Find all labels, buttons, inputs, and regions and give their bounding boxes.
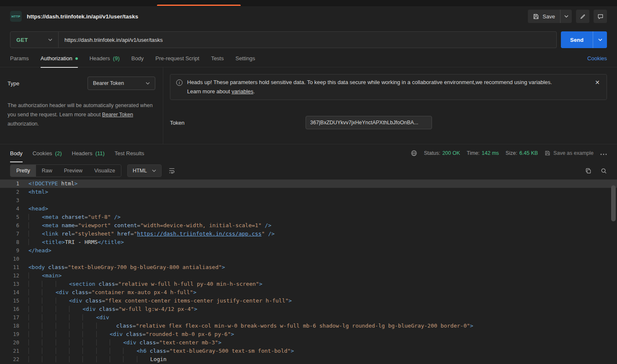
- request-title: https://dash.triinfotek.in/api/v1/user/t…: [27, 13, 138, 20]
- banner-line-2-suffix: .: [253, 88, 255, 95]
- format-select[interactable]: HTML: [127, 164, 162, 177]
- tab-label: Settings: [235, 55, 255, 62]
- code-line: 21 <h6 class="text-blueGray-500 text-sm …: [0, 347, 617, 355]
- code-line: 19 <div class="rounded-t mb-0 px-6 py-6"…: [0, 330, 617, 338]
- tab-settings[interactable]: Settings: [235, 50, 255, 67]
- code-lines: 1<!DOCTYPE html>2<html>34<head>5 <meta c…: [0, 179, 617, 364]
- line-number: 16: [0, 305, 19, 313]
- line-number: 9: [0, 246, 19, 255]
- tab-authorization[interactable]: Authorization: [41, 50, 78, 67]
- authorization-panel: Type Bearer Token The authorization head…: [0, 67, 617, 144]
- send-options-button[interactable]: [593, 31, 607, 48]
- code-scrollbar-thumb[interactable]: [611, 185, 616, 221]
- url-input[interactable]: [59, 31, 557, 48]
- tab-pre-request-script[interactable]: Pre-request Script: [155, 50, 199, 67]
- ellipsis-icon: [600, 154, 607, 155]
- banner-text: Heads up! These parameters hold sensitiv…: [187, 78, 586, 96]
- tab-label: Authorization: [41, 55, 72, 62]
- line-number: 3: [0, 196, 19, 205]
- tab-tests[interactable]: Tests: [211, 50, 224, 67]
- view-tab-preview[interactable]: Preview: [58, 165, 88, 177]
- line-number: 1: [0, 179, 19, 188]
- code-line: 16 <div class="w-full lg:w-4/12 px-4">: [0, 305, 617, 313]
- code-line: 10: [0, 255, 617, 263]
- comment-icon: [597, 13, 604, 20]
- save-button-label: Save: [542, 13, 555, 20]
- pencil-icon: [580, 13, 586, 20]
- line-number: 4: [0, 205, 19, 213]
- chevron-down-icon: [152, 169, 156, 172]
- http-request-icon: HTTP: [10, 11, 22, 22]
- code-line: 4<head>: [0, 205, 617, 213]
- auth-type-row: Type Bearer Token: [8, 77, 155, 90]
- token-row: Token 367|BxZDUYkvv7jxHeYnctAPXthLbJfoOn…: [170, 116, 607, 129]
- line-number: 22: [0, 355, 19, 364]
- edit-request-button[interactable]: [576, 10, 589, 23]
- tab-headers[interactable]: Headers (9): [90, 50, 120, 67]
- request-header: HTTP https://dash.triinfotek.in/api/v1/u…: [0, 6, 617, 26]
- line-number: 10: [0, 255, 19, 263]
- line-number: 11: [0, 263, 19, 272]
- line-number: 6: [0, 221, 19, 230]
- view-tab-visualize[interactable]: Visualize: [88, 165, 121, 177]
- tab-label: Cookies: [33, 150, 52, 156]
- line-number: 15: [0, 297, 19, 305]
- send-button[interactable]: Send: [561, 31, 593, 48]
- response-tab-body[interactable]: Body: [10, 144, 23, 162]
- tab-label: Headers: [72, 150, 93, 156]
- comments-button[interactable]: [594, 10, 607, 23]
- line-number: 13: [0, 280, 19, 288]
- cookies-link[interactable]: Cookies: [587, 55, 607, 62]
- code-line: 15 <div class="flex content-center items…: [0, 297, 617, 305]
- variables-link[interactable]: variables: [231, 88, 253, 95]
- copy-response-button[interactable]: [585, 168, 591, 174]
- response-tab-cookies[interactable]: Cookies (2): [33, 144, 62, 162]
- token-input[interactable]: 367|BxZDUYkvv7jxHeYnctAPXthLbJfoOnBA...: [306, 116, 432, 129]
- size-label: Size:: [506, 150, 517, 156]
- auth-type-select[interactable]: Bearer Token: [87, 77, 155, 90]
- code-line: 1<!DOCTYPE html>: [0, 179, 617, 188]
- save-button[interactable]: Save: [528, 10, 560, 23]
- response-tab-headers[interactable]: Headers (11): [72, 144, 105, 162]
- response-tab-test-results[interactable]: Test Results: [115, 144, 144, 162]
- response-tabs: Body Cookies (2) Headers (11) Test Resul…: [10, 144, 144, 162]
- line-number: 18: [0, 322, 19, 330]
- wrap-text-icon: [168, 167, 175, 174]
- size-value: 6.45 KB: [519, 150, 538, 156]
- search-icon: [601, 168, 607, 174]
- authorization-type-column: Type Bearer Token The authorization head…: [0, 67, 163, 144]
- line-number: 7: [0, 230, 19, 238]
- status-label: Status:: [424, 150, 440, 156]
- network-icon[interactable]: [411, 150, 417, 156]
- tab-body[interactable]: Body: [131, 50, 144, 67]
- code-line: 6 <meta name="viewport" content="width=d…: [0, 221, 617, 230]
- code-line: 3: [0, 196, 617, 205]
- view-tab-raw[interactable]: Raw: [36, 165, 58, 177]
- tab-label: Tests: [211, 55, 224, 62]
- save-options-button[interactable]: [560, 10, 572, 23]
- save-as-example-button[interactable]: Save as example: [545, 150, 594, 156]
- format-value: HTML: [133, 168, 147, 174]
- code-line: 17 <div: [0, 313, 617, 322]
- method-select[interactable]: GET: [10, 31, 59, 48]
- response-toolbar-right: [585, 168, 607, 174]
- code-line: 14 <div class="container mx-auto px-4 h-…: [0, 288, 617, 297]
- view-tab-pretty[interactable]: Pretty: [10, 165, 36, 177]
- response-body-code[interactable]: 1<!DOCTYPE html>2<html>34<head>5 <meta c…: [0, 179, 617, 364]
- code-line: 20 <div class="text-center mb-3">: [0, 338, 617, 347]
- top-strip: [0, 0, 617, 6]
- more-options-button[interactable]: [600, 150, 607, 156]
- authorization-detail-column: i Heads up! These parameters hold sensit…: [163, 67, 617, 144]
- bearer-token-link[interactable]: Bearer Token: [102, 112, 133, 118]
- line-number: 8: [0, 238, 19, 246]
- close-icon: ✕: [595, 79, 600, 86]
- line-number: 17: [0, 313, 19, 322]
- search-response-button[interactable]: [601, 168, 607, 174]
- tab-params[interactable]: Params: [10, 50, 29, 67]
- time-label: Time:: [467, 150, 480, 156]
- save-icon: [533, 13, 539, 20]
- tab-label: Body: [131, 55, 144, 62]
- code-line: 12 <main>: [0, 272, 617, 280]
- wrap-text-button[interactable]: [168, 167, 175, 174]
- banner-close-button[interactable]: ✕: [595, 79, 600, 86]
